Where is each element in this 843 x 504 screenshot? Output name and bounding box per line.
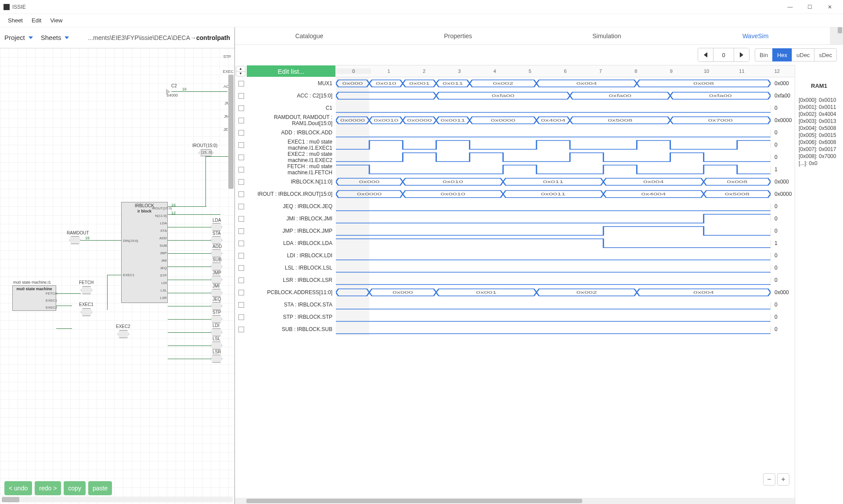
tick[interactable]: 5 (512, 68, 548, 74)
tick[interactable]: 4 (477, 68, 512, 74)
output-node-ldi[interactable] (211, 328, 222, 336)
tick[interactable]: 8 (618, 68, 653, 74)
waveform[interactable] (336, 163, 771, 176)
tick[interactable]: 1 (371, 68, 406, 74)
move-up-button[interactable]: ▲ (236, 66, 245, 72)
menu-sheet[interactable]: Sheet (4, 15, 27, 25)
output-node-lsr[interactable] (211, 355, 222, 363)
wave-checkbox[interactable] (235, 253, 247, 259)
wave-checkbox[interactable] (235, 142, 247, 148)
project-dropdown[interactable]: Project (4, 34, 33, 41)
waveform[interactable]: 0x00000x00100x00000x00110x00000x40040x50… (336, 114, 771, 126)
radix-bin[interactable]: Bin (755, 48, 773, 61)
wave-checkbox[interactable] (235, 302, 247, 308)
copy-button[interactable]: copy (64, 481, 86, 495)
wave-hscroll[interactable] (235, 498, 795, 504)
waveform[interactable] (336, 102, 771, 114)
step-value[interactable]: 0 (713, 48, 734, 61)
canvas-vscroll[interactable] (228, 75, 234, 189)
output-node-sub[interactable] (211, 263, 222, 270)
tab-properties[interactable]: Properties (384, 27, 533, 44)
wave-checkbox[interactable] (235, 228, 247, 234)
wave-checkbox[interactable] (235, 204, 247, 209)
wave-checkbox[interactable] (235, 179, 247, 185)
redo-button[interactable]: redo > (35, 481, 61, 495)
move-down-button[interactable]: ▼ (236, 72, 245, 76)
waveform[interactable] (336, 262, 771, 274)
wave-checkbox[interactable] (235, 81, 247, 86)
minimize-button[interactable]: — (780, 0, 800, 14)
waveform[interactable] (336, 126, 771, 139)
tick[interactable]: 11 (724, 68, 759, 74)
output-node-jmi[interactable] (211, 289, 222, 297)
wave-checkbox[interactable] (235, 290, 247, 295)
undo-button[interactable]: < undo (4, 481, 32, 495)
waveform[interactable]: 0x00000x00100x00110x40040x5008 (336, 188, 771, 200)
zoom-out-button[interactable]: − (763, 473, 775, 486)
output-node-add[interactable] (211, 249, 222, 257)
step-back-button[interactable] (698, 48, 713, 61)
state-node-fetch[interactable] (81, 286, 92, 294)
tick[interactable]: 0 (336, 68, 371, 74)
zoom-in-button[interactable]: + (777, 473, 789, 486)
waveform[interactable]: 0x0000x0100x0010x0110x0020x0040x008 (336, 77, 771, 90)
edit-list-button[interactable]: Edit list... (247, 65, 335, 77)
tick[interactable]: 9 (654, 68, 689, 74)
waveform[interactable] (336, 212, 771, 225)
wave-checkbox[interactable] (235, 118, 247, 123)
waveform[interactable] (336, 139, 771, 151)
output-node-lda[interactable] (211, 223, 222, 231)
waveform[interactable]: 0x0000x0100x0110x0040x008 (336, 176, 771, 188)
waveform[interactable] (336, 200, 771, 212)
maximize-button[interactable]: ☐ (800, 0, 820, 14)
schematic-canvas[interactable]: STP EXEC ACC JMI JMP JEC C2 b4000 16 IRO… (0, 48, 234, 504)
wave-checkbox[interactable] (235, 130, 247, 136)
wave-checkbox[interactable] (235, 265, 247, 271)
waveform[interactable] (336, 237, 771, 249)
tab-simulation[interactable]: Simulation (533, 27, 681, 44)
output-node-sta[interactable] (211, 236, 222, 244)
ramdout-node[interactable] (69, 236, 81, 244)
canvas-hscroll[interactable] (2, 497, 233, 502)
radix-udec[interactable]: uDec (792, 48, 814, 61)
close-button[interactable]: ✕ (820, 0, 839, 14)
tick[interactable]: 7 (583, 68, 618, 74)
wave-checkbox[interactable] (235, 241, 247, 246)
right-vscroll[interactable] (838, 27, 842, 33)
tab-catalogue[interactable]: Catalogue (235, 27, 384, 44)
output-node-jeq[interactable] (211, 302, 222, 310)
sheets-dropdown[interactable]: Sheets (41, 34, 69, 41)
tick[interactable]: 10 (689, 68, 724, 74)
waveform[interactable] (336, 225, 771, 237)
state-node-exec2[interactable] (118, 330, 129, 338)
tick[interactable]: 2 (407, 68, 442, 74)
radix-hex[interactable]: Hex (772, 48, 792, 61)
waveform[interactable]: 0x0000x0010x0020x004 (336, 286, 771, 299)
state-node-exec1[interactable] (81, 308, 92, 316)
tick[interactable]: 12 (760, 68, 795, 74)
wave-checkbox[interactable] (235, 155, 247, 160)
menu-edit[interactable]: Edit (27, 15, 46, 25)
tab-wavesim[interactable]: WaveSim (681, 27, 830, 44)
output-node-jmp[interactable] (211, 276, 222, 284)
wave-checkbox[interactable] (235, 167, 247, 173)
wave-checkbox[interactable] (235, 327, 247, 332)
wave-checkbox[interactable] (235, 277, 247, 283)
waveform[interactable] (336, 274, 771, 286)
wave-checkbox[interactable] (235, 105, 247, 111)
waveform[interactable] (336, 299, 771, 311)
radix-sdec[interactable]: sDec (814, 48, 837, 61)
wave-checkbox[interactable] (235, 216, 247, 222)
output-node-lsl[interactable] (211, 342, 222, 349)
menu-view[interactable]: View (46, 15, 67, 25)
wave-checkbox[interactable] (235, 314, 247, 320)
wave-checkbox[interactable] (235, 191, 247, 197)
wave-checkbox[interactable] (235, 93, 247, 99)
waveform[interactable] (336, 249, 771, 262)
tick[interactable]: 3 (442, 68, 477, 74)
waveform[interactable] (336, 311, 771, 323)
step-fwd-button[interactable] (734, 48, 749, 61)
waveform[interactable]: 0xfa000xfa000xfa00 (336, 90, 771, 102)
tick[interactable]: 6 (548, 68, 583, 74)
waveform[interactable] (336, 323, 771, 335)
